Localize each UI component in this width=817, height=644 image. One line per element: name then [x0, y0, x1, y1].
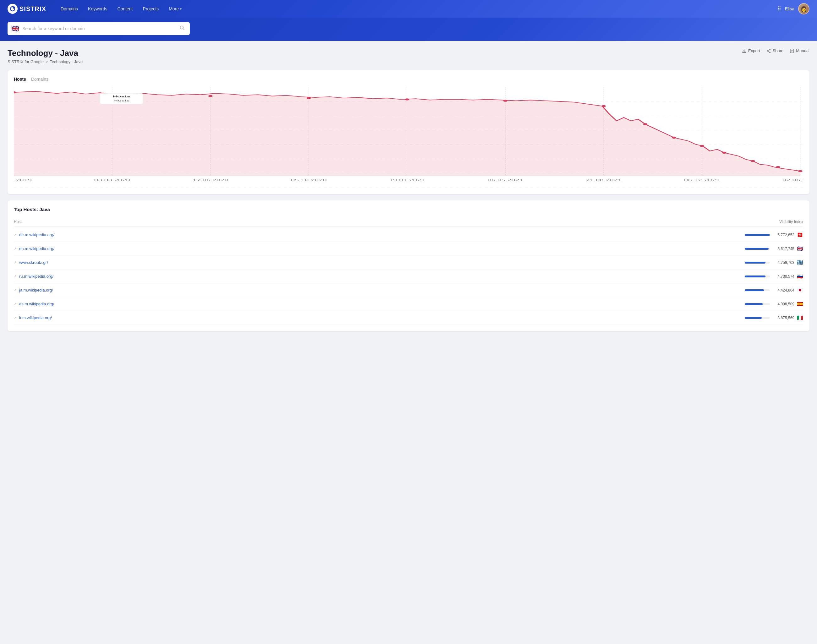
nav-keywords[interactable]: Keywords: [84, 4, 112, 14]
nav-content[interactable]: Content: [113, 4, 137, 14]
page-title: Technology - Java: [8, 48, 83, 58]
svg-point-34: [307, 97, 311, 99]
vis-bar: [745, 303, 763, 305]
manual-icon: [790, 49, 794, 53]
external-link-icon: ↗: [14, 247, 17, 251]
vis-bar-container: [745, 289, 770, 291]
chevron-down-icon: ▾: [180, 7, 182, 11]
table-row: ↗ ru.m.wikipedia.org/ 4.730,574 🇷🇺: [14, 270, 803, 284]
external-link-icon: ↗: [14, 302, 17, 306]
search-input[interactable]: [22, 26, 175, 31]
svg-text:06.05.2021: 06.05.2021: [487, 178, 523, 182]
svg-text:17.06.2020: 17.06.2020: [193, 178, 229, 182]
vis-bar: [745, 276, 765, 278]
svg-point-43: [776, 166, 780, 168]
row-host-5: ↗ es.m.wikipedia.org/: [14, 302, 54, 306]
flag-icon: 🇬🇧: [11, 25, 19, 32]
svg-point-1: [13, 6, 15, 9]
svg-text:21.08.2021: 21.08.2021: [586, 178, 622, 182]
vis-bar: [745, 317, 762, 319]
search-button[interactable]: [178, 24, 186, 33]
host-value[interactable]: it.m.wikipedia.org/: [19, 316, 52, 320]
search-icon: [180, 25, 185, 31]
svg-point-6: [767, 50, 768, 51]
host-value[interactable]: de.m.wikipedia.org/: [19, 233, 54, 237]
table-row: ↗ es.m.wikipedia.org/ 4.098,509 🇪🇸: [14, 297, 803, 311]
host-value[interactable]: www.skroutz.gr/: [19, 260, 48, 265]
svg-text:03.03.2020: 03.03.2020: [94, 178, 130, 182]
vis-bar-container: [745, 262, 770, 264]
vis-bar-container: [745, 303, 770, 305]
vis-bar-container: [745, 248, 770, 250]
vis-bar: [745, 262, 765, 264]
row-right-3: 4.730,574 🇷🇺: [745, 273, 803, 279]
vis-bar-container: [745, 276, 770, 278]
vis-value: 4.730,574: [772, 274, 794, 279]
svg-line-8: [768, 51, 769, 52]
export-icon: [742, 49, 746, 53]
country-flag: 🇬🇧: [797, 246, 803, 251]
page-actions: Export Share Manual: [742, 48, 809, 53]
breadcrumb-current: Technology - Java: [50, 59, 83, 64]
svg-point-39: [672, 136, 676, 138]
country-flag: 🇷🇺: [797, 273, 803, 279]
breadcrumb-separator: >: [46, 59, 48, 64]
vis-value: 4.424,864: [772, 288, 794, 293]
row-right-6: 3.875,569 🇮🇹: [745, 315, 803, 321]
nav-domains[interactable]: Domains: [56, 4, 82, 14]
row-right-4: 4.424,864 🇯🇵: [745, 287, 803, 293]
host-value[interactable]: es.m.wikipedia.org/: [19, 302, 54, 306]
share-button[interactable]: Share: [766, 48, 784, 53]
vis-value: 3.875,569: [772, 316, 794, 320]
vis-bar-container: [745, 317, 770, 319]
nav-projects[interactable]: Projects: [138, 4, 163, 14]
host-value[interactable]: ru.m.wikipedia.org/: [19, 274, 54, 279]
table-row: ↗ en.m.wikipedia.org/ 5.517,745 🇬🇧: [14, 242, 803, 256]
nav-more[interactable]: More ▾: [164, 4, 186, 14]
tab-hosts[interactable]: Hosts: [14, 77, 26, 82]
host-value[interactable]: ja.m.wikipedia.org/: [19, 288, 53, 293]
svg-point-33: [208, 95, 213, 97]
logo[interactable]: SISTRIX: [8, 4, 46, 14]
svg-text:02.06.2022: 02.06.2022: [782, 178, 803, 182]
external-link-icon: ↗: [14, 316, 17, 320]
main-nav: Domains Keywords Content Projects More ▾: [56, 4, 767, 14]
search-bar: 🇬🇧: [0, 18, 817, 41]
table-row: ↗ it.m.wikipedia.org/ 3.875,569 🇮🇹: [14, 311, 803, 325]
chart-wrapper: 18M 15M 12M 9M 6M 3M 0: [14, 87, 803, 188]
chart-card: Hosts Domains: [8, 71, 809, 194]
main-content: Technology - Java SISTRIX for Google > T…: [0, 41, 817, 345]
table-row: ↗ ja.m.wikipedia.org/ 4.424,864 🇯🇵: [14, 284, 803, 297]
country-flag: 🇨🇭: [797, 232, 803, 238]
row-right-2: 4.759,703 🇬🇷: [745, 259, 803, 265]
row-right-5: 4.098,509 🇪🇸: [745, 301, 803, 307]
vis-bar: [745, 289, 764, 291]
tab-domains[interactable]: Domains: [31, 77, 48, 82]
search-container: 🇬🇧: [8, 22, 190, 35]
svg-point-40: [700, 145, 704, 147]
col-visibility-header: Visibility Index: [779, 219, 803, 224]
avatar[interactable]: 👩: [798, 3, 809, 14]
svg-point-41: [722, 152, 726, 153]
vis-bar: [745, 234, 770, 236]
breadcrumb-root[interactable]: SISTRIX for Google: [8, 59, 44, 64]
vis-bar-container: [745, 234, 770, 236]
row-right-1: 5.517,745 🇬🇧: [745, 246, 803, 251]
external-link-icon: ↗: [14, 261, 17, 265]
country-flag: 🇬🇷: [797, 259, 803, 265]
svg-point-37: [602, 105, 606, 107]
table-header: Host Visibility Index: [14, 217, 803, 227]
header: SISTRIX Domains Keywords Content Project…: [0, 0, 817, 18]
row-right-0: 5.772,652 🇨🇭: [745, 232, 803, 238]
share-icon: [766, 49, 771, 53]
vis-bar: [745, 248, 769, 250]
manual-button[interactable]: Manual: [790, 48, 809, 53]
grid-icon[interactable]: ⠿: [777, 5, 781, 12]
page-header-row: Technology - Java SISTRIX for Google > T…: [8, 48, 809, 71]
svg-text:Hosts: Hosts: [112, 95, 131, 98]
external-link-icon: ↗: [14, 274, 17, 278]
svg-text:15.11.2019: 15.11.2019: [14, 178, 32, 182]
header-right: ⠿ Elisa 👩: [777, 3, 809, 14]
host-value[interactable]: en.m.wikipedia.org/: [19, 246, 54, 251]
export-button[interactable]: Export: [742, 48, 760, 53]
